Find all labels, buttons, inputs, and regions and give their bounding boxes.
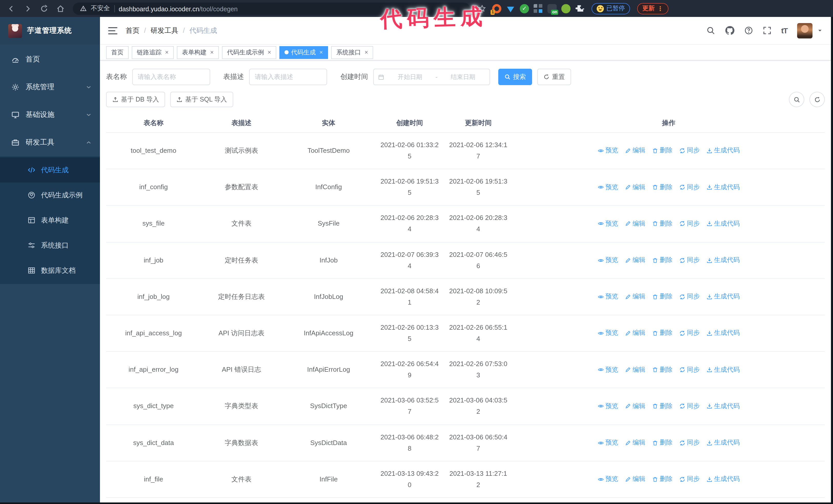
action-生成代码-link[interactable]: 生成代码 [706,437,740,448]
avatar-caret-down-icon[interactable] [817,28,823,33]
action-同步-link[interactable]: 同步 [679,328,700,339]
browser-update-button[interactable]: 更新 ⋮ [637,3,668,14]
date-end-placeholder[interactable]: 结束日期 [441,73,485,81]
github-icon[interactable] [725,26,735,35]
tab-代码生成示例[interactable]: 代码生成示例× [222,46,276,59]
action-生成代码-link[interactable]: 生成代码 [706,182,740,193]
sidebar-item-首页[interactable]: 首页 [0,46,100,73]
logo-area[interactable]: 芋道管理系统 [0,17,100,45]
action-编辑-link[interactable]: 编辑 [625,474,645,485]
action-删除-link[interactable]: 删除 [652,401,672,412]
breadcrumb-dev-tools[interactable]: 研发工具 [151,26,178,35]
action-生成代码-link[interactable]: 生成代码 [706,401,740,412]
extensions-puzzle-icon[interactable] [575,4,585,13]
bookmark-star-icon[interactable] [478,5,486,12]
extension-switch-icon[interactable]: on [547,4,557,13]
action-编辑-link[interactable]: 编辑 [625,328,645,339]
action-预览-link[interactable]: 预览 [598,401,618,412]
sidebar-item-表单构建[interactable]: 表单构建 [0,208,100,233]
avatar[interactable] [797,23,812,38]
action-同步-link[interactable]: 同步 [679,255,700,266]
table-name-input[interactable] [132,69,210,85]
action-删除-link[interactable]: 删除 [652,182,672,193]
sidebar-item-基础设施[interactable]: 基础设施 [0,101,100,129]
sidebar-item-系统接口[interactable]: 系统接口 [0,233,100,258]
forward-icon[interactable] [24,4,32,13]
action-生成代码-link[interactable]: 生成代码 [706,328,740,339]
action-生成代码-link[interactable]: 生成代码 [706,364,740,375]
action-同步-link[interactable]: 同步 [679,364,700,375]
security-label[interactable]: 不安全 [91,4,110,13]
extension-orange-icon[interactable]: 1 [492,4,501,13]
sidebar-item-研发工具[interactable]: 研发工具 [0,129,100,157]
action-生成代码-link[interactable]: 生成代码 [706,218,740,230]
action-编辑-link[interactable]: 编辑 [625,291,645,302]
extension-green-icon[interactable] [561,4,571,13]
table-desc-input[interactable] [249,69,327,85]
breadcrumb-home[interactable]: 首页 [125,26,139,35]
action-同步-link[interactable]: 同步 [679,474,700,485]
date-start-placeholder[interactable]: 开始日期 [387,73,432,81]
refresh-table-button[interactable] [809,92,825,107]
action-生成代码-link[interactable]: 生成代码 [706,255,740,266]
tab-close-icon[interactable]: × [268,49,271,56]
extension-check-icon[interactable]: ✓ [520,4,529,13]
reload-icon[interactable] [40,4,48,13]
import-sql-button[interactable]: 基于 SQL 导入 [170,92,233,107]
tab-close-icon[interactable]: × [319,49,323,56]
date-range-picker[interactable]: 开始日期 - 结束日期 [373,69,490,85]
action-预览-link[interactable]: 预览 [598,145,618,157]
action-预览-link[interactable]: 预览 [598,364,618,375]
action-删除-link[interactable]: 删除 [652,255,672,266]
not-secure-warning-icon[interactable] [80,5,87,12]
sidebar-item-代码生成[interactable]: 代码生成 [0,158,100,183]
back-icon[interactable] [7,4,15,13]
action-删除-link[interactable]: 删除 [652,291,672,302]
reset-button[interactable]: 重置 [537,69,571,85]
tab-close-icon[interactable]: × [364,49,368,56]
action-编辑-link[interactable]: 编辑 [625,182,645,193]
search-button[interactable]: 搜索 [498,69,532,85]
tab-系统接口[interactable]: 系统接口× [331,46,373,59]
action-删除-link[interactable]: 删除 [652,218,672,230]
action-编辑-link[interactable]: 编辑 [625,364,645,375]
tab-首页[interactable]: 首页 [106,46,129,59]
sidebar-item-系统管理[interactable]: 系统管理 [0,73,100,101]
action-编辑-link[interactable]: 编辑 [625,218,645,230]
action-预览-link[interactable]: 预览 [598,437,618,448]
action-同步-link[interactable]: 同步 [679,437,700,448]
action-预览-link[interactable]: 预览 [598,182,618,193]
action-同步-link[interactable]: 同步 [679,145,700,157]
url-bar[interactable]: 不安全 dashboard.yudao.iocoder.cn/tool/code… [73,2,470,15]
profile-paused-badge[interactable]: 已暂停 [592,3,630,14]
tab-代码生成[interactable]: 代码生成× [279,46,328,59]
tab-链路追踪[interactable]: 链路追踪× [132,46,174,59]
sidebar-item-数据库文档[interactable]: 数据库文档 [0,258,100,283]
font-size-icon[interactable]: tT [781,26,787,35]
action-预览-link[interactable]: 预览 [598,474,618,485]
show-search-toggle-button[interactable] [789,92,804,107]
action-编辑-link[interactable]: 编辑 [625,255,645,266]
action-生成代码-link[interactable]: 生成代码 [706,474,740,485]
action-预览-link[interactable]: 预览 [598,328,618,339]
fullscreen-icon[interactable] [763,26,771,35]
action-生成代码-link[interactable]: 生成代码 [706,145,740,157]
action-删除-link[interactable]: 删除 [652,364,672,375]
action-删除-link[interactable]: 删除 [652,474,672,485]
action-编辑-link[interactable]: 编辑 [625,437,645,448]
import-db-button[interactable]: 基于 DB 导入 [106,92,165,107]
hamburger-icon[interactable] [108,27,117,34]
action-删除-link[interactable]: 删除 [652,145,672,157]
sidebar-item-代码生成示例[interactable]: 代码生成示例 [0,183,100,208]
action-删除-link[interactable]: 删除 [652,328,672,339]
extension-grid-icon[interactable] [533,4,543,13]
action-同步-link[interactable]: 同步 [679,401,700,412]
tab-close-icon[interactable]: × [210,49,214,56]
action-删除-link[interactable]: 删除 [652,437,672,448]
action-预览-link[interactable]: 预览 [598,291,618,302]
header-search-icon[interactable] [706,26,715,35]
action-生成代码-link[interactable]: 生成代码 [706,291,740,302]
help-icon[interactable] [744,26,753,35]
home-icon[interactable] [56,4,65,13]
action-同步-link[interactable]: 同步 [679,218,700,230]
